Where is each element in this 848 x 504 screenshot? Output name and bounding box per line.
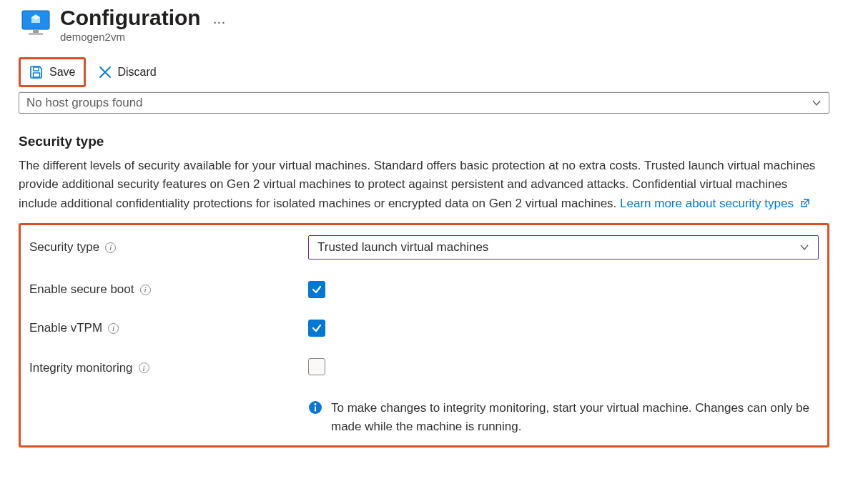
secure-boot-checkbox[interactable]	[308, 281, 325, 298]
resource-subtitle: demogen2vm	[60, 31, 226, 43]
security-settings-panel: Security type i Trusted launch virtual m…	[19, 223, 829, 448]
security-type-label-text: Security type	[29, 240, 99, 255]
security-type-description: The different levels of security availab…	[19, 157, 819, 213]
integrity-monitoring-label: Integrity monitoring i	[29, 361, 308, 375]
svg-rect-3	[33, 30, 39, 33]
vtpm-checkbox[interactable]	[308, 320, 325, 337]
integrity-monitoring-checkbox[interactable]	[308, 358, 325, 375]
chevron-down-icon	[812, 98, 822, 108]
check-icon	[311, 322, 322, 334]
host-group-select[interactable]: No host groups found	[19, 92, 829, 114]
discard-button-label: Discard	[117, 66, 156, 79]
external-link-icon	[800, 198, 810, 208]
vtpm-label-text: Enable vTPM	[29, 321, 102, 335]
info-icon[interactable]: i	[139, 362, 149, 373]
save-icon	[29, 65, 44, 79]
host-group-value: No host groups found	[26, 96, 143, 110]
page-title: Configuration ...	[60, 6, 226, 29]
info-icon[interactable]: i	[140, 285, 151, 295]
svg-rect-8	[315, 407, 316, 412]
learn-more-text: Learn more about security types	[620, 197, 794, 210]
security-type-heading: Security type	[19, 134, 829, 149]
info-filled-icon	[308, 400, 322, 415]
svg-rect-6	[34, 73, 40, 77]
secure-boot-label-text: Enable secure boot	[29, 282, 134, 297]
info-icon[interactable]: i	[108, 323, 119, 334]
page-title-text: Configuration	[60, 6, 201, 29]
learn-more-link[interactable]: Learn more about security types	[620, 197, 810, 210]
security-type-select[interactable]: Trusted launch virtual machines	[308, 235, 819, 260]
secure-boot-label: Enable secure boot i	[29, 282, 308, 297]
integrity-label-text: Integrity monitoring	[29, 361, 133, 375]
integrity-note: To make changes to integrity monitoring,…	[29, 399, 819, 435]
svg-rect-4	[29, 33, 43, 35]
security-type-label: Security type i	[29, 240, 308, 255]
close-icon	[99, 66, 112, 79]
svg-rect-5	[34, 67, 39, 71]
page-header: Configuration ... demogen2vm	[19, 0, 829, 43]
vtpm-label: Enable vTPM i	[29, 321, 308, 335]
more-menu-icon[interactable]: ...	[214, 9, 227, 26]
check-icon	[311, 284, 322, 295]
security-type-value: Trusted launch virtual machines	[317, 240, 488, 255]
save-button[interactable]: Save	[22, 61, 82, 84]
discard-button[interactable]: Discard	[92, 61, 163, 83]
save-button-label: Save	[49, 66, 75, 79]
vm-icon	[19, 6, 53, 37]
chevron-down-icon	[799, 242, 809, 252]
command-bar: Save Discard	[19, 57, 829, 92]
svg-point-9	[315, 403, 317, 405]
info-icon[interactable]: i	[105, 242, 116, 253]
integrity-note-text: To make changes to integrity monitoring,…	[331, 399, 819, 435]
